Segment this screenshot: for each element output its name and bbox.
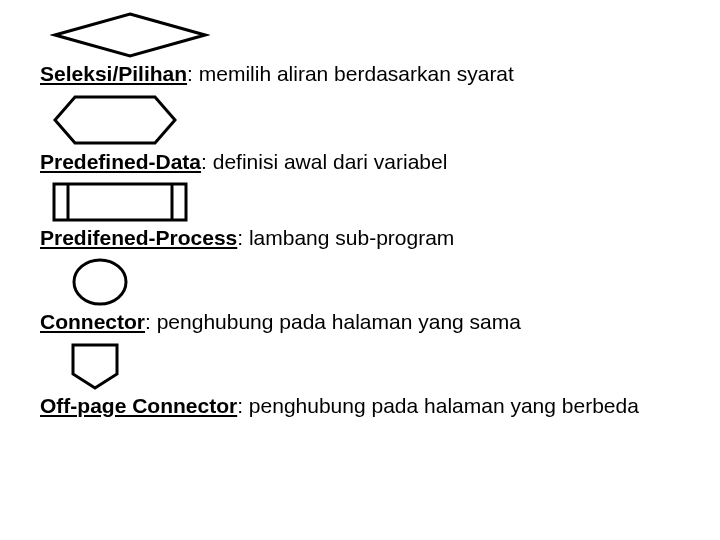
legend-sep: : xyxy=(145,310,157,333)
svg-point-5 xyxy=(74,260,126,304)
legend-term: Connector xyxy=(40,310,145,333)
legend-entry-predefined-data: Predefined-Data: definisi awal dari vari… xyxy=(40,92,680,174)
legend-sep: : xyxy=(201,150,213,173)
legend-label: Seleksi/Pilihan: memilih aliran berdasar… xyxy=(40,62,680,86)
legend-sep: : xyxy=(237,226,249,249)
legend-label: Predefined-Data: definisi awal dari vari… xyxy=(40,150,680,174)
legend-desc: lambang sub-program xyxy=(249,226,454,249)
legend-entry-connector: Connector: penghubung pada halaman yang … xyxy=(40,256,680,334)
legend-sep: : xyxy=(237,394,249,417)
legend-label: Predifened-Process: lambang sub-program xyxy=(40,226,680,250)
predefined-process-icon xyxy=(50,180,680,224)
legend-label: Connector: penghubung pada halaman yang … xyxy=(40,310,680,334)
legend-entry-offpage-connector: Off-page Connector: penghubung pada hala… xyxy=(40,340,680,418)
svg-marker-0 xyxy=(55,14,205,56)
legend-term: Predifened-Process xyxy=(40,226,237,249)
decision-icon xyxy=(50,10,680,60)
legend-sep: : xyxy=(187,62,199,85)
hexagon-icon xyxy=(50,92,680,148)
legend-entry-decision: Seleksi/Pilihan: memilih aliran berdasar… xyxy=(40,10,680,86)
legend-desc: memilih aliran berdasarkan syarat xyxy=(199,62,514,85)
legend-term: Off-page Connector xyxy=(40,394,237,417)
legend-entry-predefined-process: Predifened-Process: lambang sub-program xyxy=(40,180,680,250)
legend-desc: penghubung pada halaman yang berbeda xyxy=(249,394,639,417)
legend-label: Off-page Connector: penghubung pada hala… xyxy=(40,394,680,418)
svg-rect-2 xyxy=(54,184,186,220)
offpage-connector-icon xyxy=(65,340,680,392)
legend-desc: penghubung pada halaman yang sama xyxy=(157,310,521,333)
svg-marker-6 xyxy=(73,345,117,388)
legend-term: Seleksi/Pilihan xyxy=(40,62,187,85)
legend-term: Predefined-Data xyxy=(40,150,201,173)
connector-icon xyxy=(70,256,680,308)
svg-marker-1 xyxy=(55,97,175,143)
legend-desc: definisi awal dari variabel xyxy=(213,150,448,173)
